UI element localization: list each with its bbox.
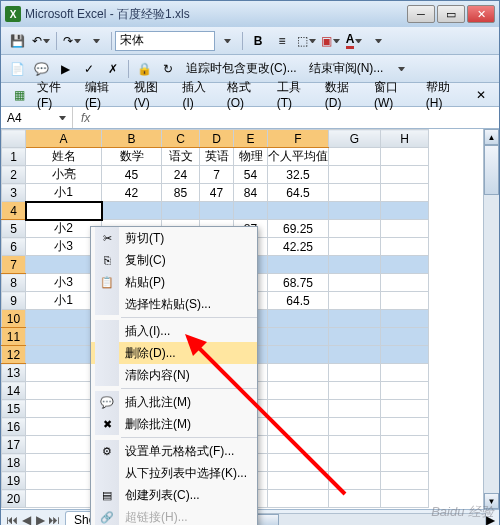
row-header[interactable]: 5 — [2, 220, 26, 238]
cell[interactable]: 32.5 — [268, 166, 329, 184]
row-header[interactable]: 13 — [2, 364, 26, 382]
cell[interactable]: 24 — [162, 166, 200, 184]
end-review-link[interactable]: 结束审阅(N)... — [303, 58, 390, 79]
cell[interactable]: 54 — [234, 166, 268, 184]
doc-close-button[interactable]: ✕ — [470, 84, 492, 106]
col-header-g[interactable]: G — [329, 130, 381, 148]
save-icon[interactable]: 💾 — [6, 30, 28, 52]
close-button[interactable]: ✕ — [467, 5, 495, 23]
workbook-icon[interactable]: ▦ — [8, 84, 30, 106]
bold-button[interactable]: B — [247, 30, 269, 52]
undo-icon[interactable]: ↶ — [30, 30, 52, 52]
maximize-button[interactable]: ▭ — [437, 5, 465, 23]
cell[interactable]: 个人平均值 — [268, 148, 329, 166]
cell[interactable]: 85 — [162, 184, 200, 202]
cell[interactable]: 68.75 — [268, 274, 329, 292]
col-header-f[interactable]: F — [268, 130, 329, 148]
ctx-cut[interactable]: ✂剪切(T) — [91, 227, 257, 249]
cell[interactable]: 47 — [200, 184, 234, 202]
ctx-delete[interactable]: 删除(D)... — [91, 342, 257, 364]
cell[interactable]: 64.5 — [268, 292, 329, 310]
fx-icon[interactable]: fx — [73, 111, 98, 125]
cell[interactable]: 小亮 — [26, 166, 102, 184]
cell[interactable]: 7 — [200, 166, 234, 184]
ctx-insert[interactable]: 插入(I)... — [91, 320, 257, 342]
font-dropdown-icon[interactable] — [216, 30, 238, 52]
row-header[interactable]: 3 — [2, 184, 26, 202]
tab-next-icon[interactable]: ▶ — [33, 513, 47, 526]
tab-first-icon[interactable]: ⏮ — [5, 513, 19, 526]
ctx-create-list[interactable]: ▤创建列表(C)... — [91, 484, 257, 506]
row-header[interactable]: 15 — [2, 400, 26, 418]
menu-view[interactable]: 视图(V) — [128, 77, 177, 112]
col-header-a[interactable]: A — [26, 130, 102, 148]
scroll-up-icon[interactable]: ▲ — [484, 129, 499, 145]
row-header[interactable]: 12 — [2, 346, 26, 364]
font-select[interactable]: 宋体 — [115, 31, 215, 51]
redo-icon[interactable]: ↷ — [61, 30, 83, 52]
toolbar-overflow-icon[interactable] — [367, 30, 389, 52]
ctx-clear[interactable]: 清除内容(N) — [91, 364, 257, 386]
menu-data[interactable]: 数据(D) — [319, 77, 368, 112]
cell[interactable]: 45 — [102, 166, 162, 184]
fill-color-icon[interactable]: ▣ — [319, 30, 341, 52]
scroll-thumb[interactable] — [484, 145, 499, 195]
menu-tools[interactable]: 工具(T) — [271, 77, 319, 112]
row-header[interactable]: 6 — [2, 238, 26, 256]
ctx-paste-special[interactable]: 选择性粘贴(S)... — [91, 293, 257, 315]
row-header[interactable]: 10 — [2, 310, 26, 328]
minimize-button[interactable]: ─ — [407, 5, 435, 23]
font-color-icon[interactable]: A — [343, 30, 365, 52]
cell[interactable] — [102, 202, 162, 220]
col-header-d[interactable]: D — [200, 130, 234, 148]
vertical-scrollbar[interactable]: ▲ ▼ — [483, 129, 499, 509]
active-cell[interactable] — [26, 202, 102, 220]
row-header[interactable]: 18 — [2, 454, 26, 472]
dropdown-icon[interactable] — [85, 30, 107, 52]
cell[interactable]: 姓名 — [26, 148, 102, 166]
row-header[interactable]: 11 — [2, 328, 26, 346]
cell[interactable]: 42.25 — [268, 238, 329, 256]
col-header-e[interactable]: E — [234, 130, 268, 148]
row-header[interactable]: 19 — [2, 472, 26, 490]
cell[interactable]: 小1 — [26, 184, 102, 202]
col-header-b[interactable]: B — [102, 130, 162, 148]
row-header[interactable]: 1 — [2, 148, 26, 166]
ctx-hyperlink[interactable]: 🔗超链接(H)... — [91, 506, 257, 525]
cell[interactable]: 物理 — [234, 148, 268, 166]
row-header[interactable]: 8 — [2, 274, 26, 292]
row-header[interactable]: 2 — [2, 166, 26, 184]
tab-last-icon[interactable]: ⏭ — [47, 513, 61, 526]
ctx-dropdown-pick[interactable]: 从下拉列表中选择(K)... — [91, 462, 257, 484]
menu-window[interactable]: 窗口(W) — [368, 77, 420, 112]
cell[interactable]: 64.5 — [268, 184, 329, 202]
align-button[interactable]: ≡ — [271, 30, 293, 52]
col-header-h[interactable]: H — [381, 130, 429, 148]
cell[interactable]: 英语 — [200, 148, 234, 166]
menu-help[interactable]: 帮助(H) — [420, 77, 469, 112]
row-header[interactable]: 20 — [2, 490, 26, 508]
col-header-c[interactable]: C — [162, 130, 200, 148]
select-all-corner[interactable] — [2, 130, 26, 148]
ctx-copy[interactable]: ⎘复制(C) — [91, 249, 257, 271]
row-header[interactable]: 4 — [2, 202, 26, 220]
row-header[interactable]: 7 — [2, 256, 26, 274]
row-header[interactable]: 9 — [2, 292, 26, 310]
row-header[interactable]: 14 — [2, 382, 26, 400]
cell[interactable]: 42 — [102, 184, 162, 202]
menu-insert[interactable]: 插入(I) — [176, 77, 220, 112]
row-header[interactable]: 17 — [2, 436, 26, 454]
ctx-insert-comment[interactable]: 💬插入批注(M) — [91, 391, 257, 413]
cell[interactable]: 语文 — [162, 148, 200, 166]
new-icon[interactable]: 📄 — [6, 58, 28, 80]
ctx-paste[interactable]: 📋粘贴(P) — [91, 271, 257, 293]
name-box[interactable]: A4 — [1, 107, 73, 128]
ctx-delete-comment[interactable]: ✖删除批注(M) — [91, 413, 257, 435]
cell[interactable]: 69.25 — [268, 220, 329, 238]
merge-icon[interactable]: ⬚ — [295, 30, 317, 52]
trace-changes-link[interactable]: 追踪时包含更改(C)... — [180, 58, 303, 79]
cell[interactable]: 数学 — [102, 148, 162, 166]
menu-format[interactable]: 格式(O) — [221, 77, 271, 112]
tab-prev-icon[interactable]: ◀ — [19, 513, 33, 526]
cell[interactable]: 84 — [234, 184, 268, 202]
